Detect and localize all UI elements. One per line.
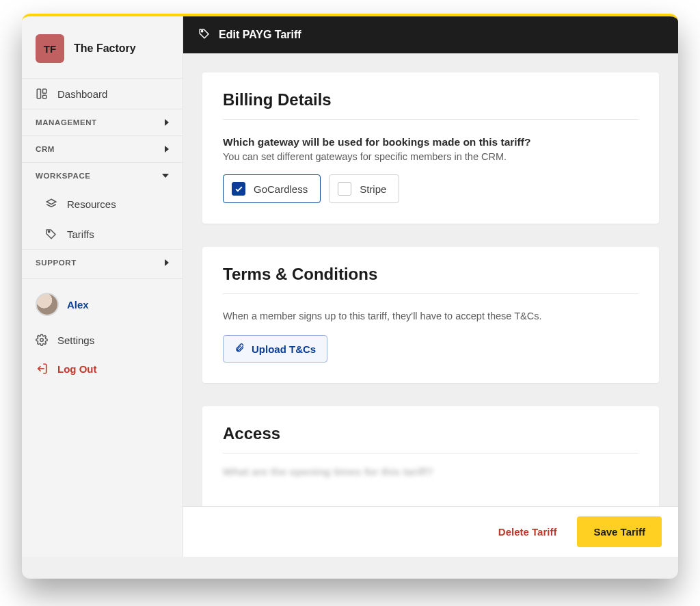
sidebar: TF The Factory Dashboard MANAGEMENT CRM … bbox=[22, 16, 183, 557]
svg-point-3 bbox=[49, 231, 50, 233]
main: Edit PAYG Tariff Billing Details Which g… bbox=[183, 16, 678, 557]
sidebar-item-resources[interactable]: Resources bbox=[22, 189, 183, 219]
user-name: Alex bbox=[67, 299, 89, 311]
chevron-down-icon bbox=[162, 174, 169, 178]
org-block[interactable]: TF The Factory bbox=[22, 29, 183, 78]
app-body: TF The Factory Dashboard MANAGEMENT CRM … bbox=[22, 16, 678, 557]
sidebar-section-support[interactable]: SUPPORT bbox=[22, 249, 183, 276]
sidebar-item-label: Settings bbox=[57, 334, 94, 346]
access-question-blurred: What are the opening times for this tari… bbox=[223, 466, 638, 478]
billing-help: You can set different gateways for speci… bbox=[223, 151, 638, 162]
avatar bbox=[36, 293, 59, 316]
chevron-right-icon bbox=[165, 146, 169, 153]
section-label: CRM bbox=[36, 145, 55, 153]
layers-icon bbox=[45, 198, 57, 210]
sidebar-item-dashboard[interactable]: Dashboard bbox=[22, 78, 183, 109]
checkbox-icon bbox=[338, 182, 351, 196]
delete-tariff-button[interactable]: Delete Tariff bbox=[493, 519, 563, 544]
section-label: MANAGEMENT bbox=[36, 118, 97, 127]
svg-rect-1 bbox=[43, 89, 46, 93]
sidebar-item-settings[interactable]: Settings bbox=[22, 326, 183, 354]
gateway-options: GoCardless Stripe bbox=[223, 174, 638, 203]
section-label: WORKSPACE bbox=[36, 172, 91, 180]
card-access: Access What are the opening times for th… bbox=[202, 406, 659, 519]
app-window: TF The Factory Dashboard MANAGEMENT CRM … bbox=[22, 14, 678, 579]
sidebar-item-label: Log Out bbox=[57, 363, 96, 375]
svg-rect-2 bbox=[43, 95, 46, 98]
paperclip-icon bbox=[234, 343, 245, 355]
chevron-right-icon bbox=[165, 119, 169, 126]
card-billing: Billing Details Which gateway will be us… bbox=[202, 73, 659, 224]
sidebar-section-management[interactable]: MANAGEMENT bbox=[22, 109, 183, 135]
page-title: Edit PAYG Tariff bbox=[219, 29, 301, 41]
sidebar-item-label: Tariffs bbox=[67, 228, 94, 240]
sidebar-item-label: Dashboard bbox=[57, 88, 107, 100]
gateway-option-gocardless[interactable]: GoCardless bbox=[223, 174, 321, 203]
upload-tcs-button[interactable]: Upload T&Cs bbox=[223, 335, 327, 363]
gateway-label: Stripe bbox=[360, 183, 386, 195]
card-heading: Billing Details bbox=[223, 90, 638, 120]
checkbox-icon bbox=[232, 182, 245, 196]
gear-icon bbox=[36, 334, 48, 346]
content: Billing Details Which gateway will be us… bbox=[183, 53, 678, 557]
card-terms: Terms & Conditions When a member signs u… bbox=[202, 247, 659, 383]
tag-icon bbox=[198, 27, 211, 42]
dashboard-icon bbox=[36, 88, 48, 100]
billing-question: Which gateway will be used for bookings … bbox=[223, 136, 638, 148]
svg-rect-0 bbox=[37, 89, 40, 98]
chevron-right-icon bbox=[165, 259, 169, 266]
org-name: The Factory bbox=[74, 42, 136, 55]
section-label: SUPPORT bbox=[36, 259, 77, 267]
card-heading: Access bbox=[223, 424, 638, 453]
save-tariff-button[interactable]: Save Tariff bbox=[577, 516, 662, 547]
logout-icon bbox=[36, 363, 48, 375]
svg-point-4 bbox=[40, 339, 44, 342]
button-label: Upload T&Cs bbox=[252, 343, 316, 355]
sidebar-item-label: Resources bbox=[67, 198, 116, 210]
svg-point-5 bbox=[202, 31, 203, 32]
gateway-label: GoCardless bbox=[254, 183, 308, 195]
footer-bar: Delete Tariff Save Tariff bbox=[183, 506, 678, 557]
page-header: Edit PAYG Tariff bbox=[183, 16, 678, 53]
gateway-option-stripe[interactable]: Stripe bbox=[329, 174, 399, 203]
sidebar-item-logout[interactable]: Log Out bbox=[22, 354, 183, 383]
sidebar-section-crm[interactable]: CRM bbox=[22, 135, 183, 162]
card-heading: Terms & Conditions bbox=[223, 265, 638, 294]
sidebar-item-tariffs[interactable]: Tariffs bbox=[22, 219, 183, 249]
user-block[interactable]: Alex bbox=[22, 278, 183, 326]
org-badge: TF bbox=[36, 34, 64, 63]
sidebar-section-workspace[interactable]: WORKSPACE bbox=[22, 162, 183, 189]
tag-icon bbox=[45, 228, 57, 240]
terms-description: When a member signs up to this tariff, t… bbox=[223, 311, 638, 321]
